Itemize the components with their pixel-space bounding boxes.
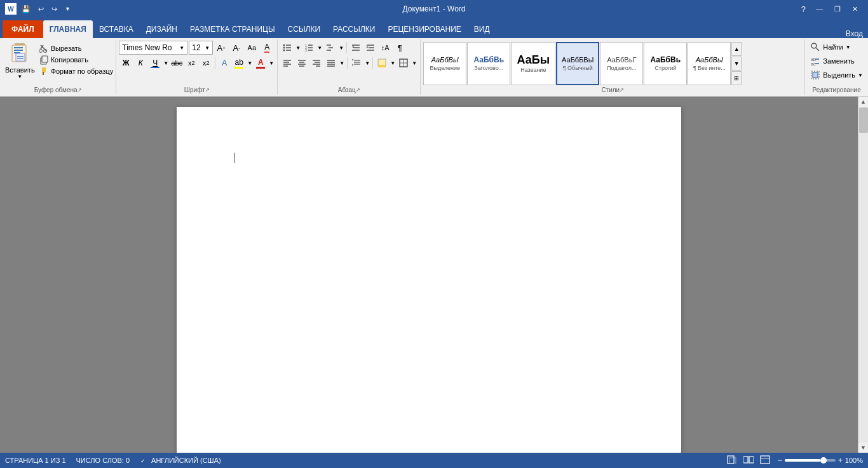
- cut-button[interactable]: Вырезать: [39, 43, 114, 53]
- underline-button[interactable]: Ч: [148, 56, 162, 70]
- justify-arrow-btn[interactable]: ▼: [339, 56, 345, 70]
- shading-arrow-btn[interactable]: ▼: [390, 56, 396, 70]
- tab-layout[interactable]: РАЗМЕТКА СТРАНИЦЫ: [184, 20, 281, 38]
- tab-view[interactable]: ВИД: [468, 20, 496, 38]
- underline-arrow-btn[interactable]: ▼: [163, 56, 169, 70]
- document-page[interactable]: [177, 107, 681, 453]
- line-spacing-btn[interactable]: [349, 56, 363, 70]
- style-item-nospace[interactable]: АаБбВьI ¶ Без инте...: [688, 42, 731, 85]
- font-color-btn[interactable]: A: [254, 56, 268, 70]
- borders-btn[interactable]: [397, 56, 410, 70]
- style-name-strict: Строгий: [654, 65, 676, 71]
- quick-customize-btn[interactable]: ▼: [62, 4, 73, 13]
- scroll-thumb[interactable]: [859, 107, 868, 133]
- change-case-btn[interactable]: Аа: [245, 41, 259, 55]
- tab-references[interactable]: ССЫЛКИ: [281, 20, 327, 38]
- clipboard-expand-icon[interactable]: ↗: [78, 87, 82, 93]
- login-button[interactable]: Вход: [846, 29, 865, 38]
- find-button[interactable]: Найти ▼: [808, 41, 853, 53]
- help-button[interactable]: ?: [797, 4, 810, 14]
- decrease-indent-btn[interactable]: [349, 41, 363, 55]
- paragraph-content: ▼ 1.2.3. ▼ ▼ ↕A ¶: [280, 41, 417, 86]
- quick-undo-btn[interactable]: ↩: [36, 4, 46, 15]
- svg-text:✓: ✓: [140, 458, 146, 464]
- tab-home[interactable]: ГЛАВНАЯ: [43, 20, 93, 38]
- bullets-btn[interactable]: [280, 41, 294, 55]
- cut-label: Вырезать: [51, 45, 82, 52]
- scroll-down-btn[interactable]: ▼: [858, 443, 869, 453]
- paragraph-expand-icon[interactable]: ↗: [356, 87, 360, 93]
- numbering-arrow-btn[interactable]: ▼: [316, 41, 323, 55]
- format-painter-button[interactable]: Формат по образцу: [39, 66, 114, 76]
- paste-button[interactable]: Вставить ▼: [3, 41, 37, 81]
- quick-redo-btn[interactable]: ↪: [49, 4, 60, 15]
- borders-arrow-btn[interactable]: ▼: [411, 56, 417, 70]
- svg-rect-72: [813, 72, 818, 78]
- quick-save-btn[interactable]: 💾: [19, 4, 33, 15]
- maximize-button[interactable]: ❐: [829, 0, 846, 18]
- styles-expand-btn[interactable]: ⊞: [731, 71, 742, 85]
- italic-button[interactable]: К: [133, 56, 147, 70]
- strikethrough-button[interactable]: abc: [170, 56, 184, 70]
- font-size-select[interactable]: 12 ▼: [189, 41, 213, 55]
- read-mode-btn[interactable]: [741, 454, 756, 467]
- increase-indent-btn[interactable]: [363, 41, 377, 55]
- style-item-normal[interactable]: АаБбБВьI ¶ Обычный: [556, 42, 599, 85]
- superscript-button[interactable]: x2: [199, 56, 213, 70]
- select-button[interactable]: Выделить ▼: [808, 69, 865, 81]
- style-item-selection[interactable]: АаБбВьI Выделение: [423, 42, 466, 85]
- bullets-arrow-btn[interactable]: ▼: [295, 41, 301, 55]
- tab-file[interactable]: ФАЙЛ: [3, 20, 43, 38]
- styles-scroll-down-btn[interactable]: ▼: [731, 57, 742, 71]
- tab-review[interactable]: РЕЦЕНЗИРОВАНИЕ: [381, 20, 467, 38]
- multilevel-btn[interactable]: [323, 41, 337, 55]
- justify-btn[interactable]: [324, 56, 338, 70]
- close-button[interactable]: ✕: [847, 0, 863, 18]
- align-center-btn[interactable]: [295, 56, 309, 70]
- style-item-subheading[interactable]: АаБбВьГ Подзагол...: [600, 42, 643, 85]
- highlight-btn[interactable]: ab: [232, 56, 246, 70]
- zoom-thumb[interactable]: [820, 457, 827, 464]
- font-size-decrease-btn[interactable]: A-: [229, 41, 243, 55]
- align-left-btn[interactable]: [280, 56, 294, 70]
- style-item-strict[interactable]: АаБбВь Строгий: [644, 42, 687, 85]
- tab-insert[interactable]: ВСТАВКА: [93, 20, 140, 38]
- shading-btn[interactable]: [375, 56, 389, 70]
- line-spacing-arrow-btn[interactable]: ▼: [364, 56, 370, 70]
- svg-rect-5: [16, 53, 25, 61]
- zoom-track[interactable]: [785, 459, 836, 462]
- scroll-up-btn[interactable]: ▲: [858, 97, 869, 107]
- web-layout-btn[interactable]: [757, 454, 773, 467]
- style-item-heading[interactable]: АаБбВь Заголово...: [467, 42, 510, 85]
- print-layout-btn[interactable]: [724, 454, 740, 467]
- sort-btn[interactable]: ↕A: [378, 41, 392, 55]
- highlight-arrow-btn[interactable]: ▼: [247, 56, 253, 70]
- multilevel-arrow-btn[interactable]: ▼: [338, 41, 344, 55]
- bold-button[interactable]: Ж: [119, 56, 133, 70]
- style-item-title[interactable]: АаБы Название: [511, 42, 555, 85]
- align-right-btn[interactable]: [309, 56, 323, 70]
- styles-scroll-up-btn[interactable]: ▲: [731, 42, 742, 56]
- tab-mailings[interactable]: РАССЫЛКИ: [327, 20, 381, 38]
- text-effect-btn[interactable]: A: [217, 56, 231, 70]
- highlight-color: [234, 67, 243, 69]
- numbering-btn[interactable]: 1.2.3.: [302, 41, 316, 55]
- select-arrow: ▼: [858, 72, 863, 78]
- copy-button[interactable]: Копировать: [39, 55, 114, 65]
- document-area[interactable]: [0, 97, 858, 453]
- tab-design[interactable]: ДИЗАЙН: [140, 20, 184, 38]
- clear-formatting-btn[interactable]: A: [260, 41, 274, 55]
- replace-button[interactable]: abac Заменить: [808, 55, 857, 67]
- styles-expand-icon[interactable]: ↗: [620, 87, 624, 93]
- subscript-button[interactable]: x2: [184, 56, 198, 70]
- font-color-arrow-btn[interactable]: ▼: [268, 56, 275, 70]
- read-mode-icon: [743, 455, 754, 464]
- font-expand-icon[interactable]: ↗: [205, 87, 210, 93]
- minimize-button[interactable]: —: [811, 0, 828, 18]
- zoom-out-btn[interactable]: −: [778, 456, 782, 465]
- web-layout-icon: [760, 455, 770, 464]
- zoom-in-btn[interactable]: +: [838, 456, 843, 465]
- font-name-select[interactable]: Times New Ro ▼: [119, 41, 187, 55]
- font-size-increase-btn[interactable]: A+: [214, 41, 228, 55]
- show-para-btn[interactable]: ¶: [393, 41, 407, 55]
